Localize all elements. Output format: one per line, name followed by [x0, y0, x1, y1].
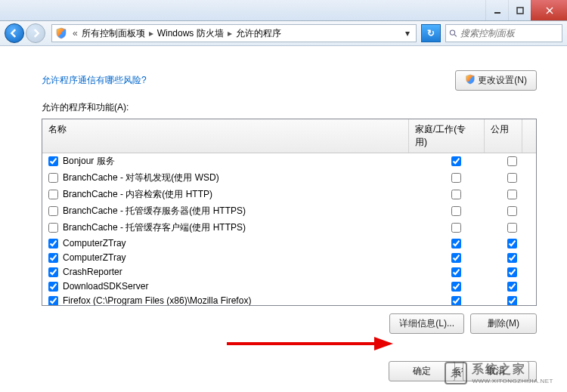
- row-name: BranchCache - 托管缓存服务器(使用 HTTPS): [63, 205, 246, 218]
- row-home-checkbox[interactable]: [451, 173, 461, 183]
- row-enable-checkbox[interactable]: [48, 173, 58, 183]
- window-titlebar: [0, 0, 567, 21]
- details-button[interactable]: 详细信息(L)...: [389, 313, 464, 334]
- risk-link[interactable]: 允许程序通信有哪些风险?: [42, 74, 147, 87]
- table-row[interactable]: Firefox (C:\Program Files (x86)\Mozilla …: [42, 294, 536, 305]
- row-enable-checkbox[interactable]: [48, 296, 58, 306]
- breadcrumb-separator-icon: ▸: [225, 28, 234, 39]
- breadcrumb-dropdown-icon[interactable]: «: [70, 28, 80, 39]
- table-row[interactable]: BranchCache - 托管缓存服务器(使用 HTTPS): [42, 203, 536, 220]
- row-name: Bonjour 服务: [63, 155, 115, 168]
- row-enable-checkbox[interactable]: [48, 239, 58, 248]
- row-name: BranchCache - 内容检索(使用 HTTP): [63, 188, 212, 201]
- table-row[interactable]: ComputerZTray: [42, 236, 536, 251]
- row-home-checkbox[interactable]: [451, 239, 461, 248]
- table-row[interactable]: Bonjour 服务: [42, 153, 536, 170]
- svg-line-5: [454, 35, 457, 37]
- row-public-checkbox[interactable]: [507, 206, 517, 216]
- row-public-checkbox[interactable]: [507, 253, 517, 263]
- row-name: ComputerZTray: [63, 252, 126, 263]
- row-public-checkbox[interactable]: [507, 173, 517, 183]
- back-button[interactable]: [5, 23, 24, 43]
- table-row[interactable]: BranchCache - 对等机发现(使用 WSD): [42, 170, 536, 187]
- programs-table: 名称 家庭/工作(专用) 公用 Bonjour 服务BranchCache - …: [42, 119, 537, 306]
- row-name: ComputerZTray: [63, 238, 126, 248]
- row-public-checkbox[interactable]: [507, 223, 517, 233]
- col-home[interactable]: 家庭/工作(专用): [409, 119, 485, 153]
- breadcrumb-history-dropdown-icon[interactable]: ▾: [401, 28, 414, 39]
- row-home-checkbox[interactable]: [451, 206, 461, 216]
- col-public[interactable]: 公用: [485, 119, 522, 153]
- row-name: BranchCache - 托管缓存客户端(使用 HTTPS): [63, 221, 246, 234]
- row-public-checkbox[interactable]: [507, 156, 517, 166]
- refresh-button[interactable]: ↻: [421, 24, 441, 42]
- table-header: 名称 家庭/工作(专用) 公用: [42, 119, 536, 153]
- row-enable-checkbox[interactable]: [48, 156, 58, 166]
- table-row[interactable]: ComputerZTray: [42, 251, 536, 265]
- breadcrumb-separator-icon: ▸: [147, 28, 156, 39]
- watermark-logo: 糸: [445, 362, 467, 384]
- row-public-checkbox[interactable]: [507, 267, 517, 277]
- breadcrumb-item[interactable]: Windows 防火墙: [157, 27, 224, 40]
- row-home-checkbox[interactable]: [451, 190, 461, 199]
- table-body: Bonjour 服务BranchCache - 对等机发现(使用 WSD)Bra…: [42, 153, 536, 305]
- row-home-checkbox[interactable]: [451, 253, 461, 263]
- row-home-checkbox[interactable]: [451, 223, 461, 233]
- row-enable-checkbox[interactable]: [48, 206, 58, 216]
- delete-button[interactable]: 删除(M): [470, 313, 537, 334]
- row-enable-checkbox[interactable]: [48, 253, 58, 263]
- row-home-checkbox[interactable]: [451, 156, 461, 166]
- watermark: 糸 系统之家 WWW.XITONGZHIJIA.NET: [445, 362, 553, 384]
- breadcrumb[interactable]: « 所有控制面板项 ▸ Windows 防火墙 ▸ 允许的程序 ▾: [51, 24, 417, 42]
- row-public-checkbox[interactable]: [507, 239, 517, 248]
- row-name: CrashReporter: [63, 267, 122, 277]
- svg-marker-7: [374, 337, 393, 350]
- row-enable-checkbox[interactable]: [48, 223, 58, 233]
- content-area: 允许程序通信有哪些风险? 更改设置(N) 允许的程序和功能(A): 名称 家庭/…: [0, 46, 567, 381]
- row-enable-checkbox[interactable]: [48, 282, 58, 292]
- row-public-checkbox[interactable]: [507, 190, 517, 199]
- forward-button[interactable]: [26, 23, 45, 43]
- row-name: BranchCache - 对等机发现(使用 WSD): [63, 171, 219, 184]
- row-name: Firefox (C:\Program Files (x86)\Mozilla …: [63, 295, 251, 305]
- svg-rect-1: [517, 8, 523, 14]
- row-public-checkbox[interactable]: [507, 296, 517, 306]
- row-public-checkbox[interactable]: [507, 282, 517, 292]
- nav-buttons: [5, 23, 47, 43]
- col-name[interactable]: 名称: [42, 119, 409, 153]
- row-enable-checkbox[interactable]: [48, 190, 58, 199]
- row-home-checkbox[interactable]: [451, 282, 461, 292]
- shield-icon: [465, 74, 476, 85]
- maximize-button[interactable]: [508, 0, 531, 20]
- address-bar: « 所有控制面板项 ▸ Windows 防火墙 ▸ 允许的程序 ▾ ↻: [0, 21, 567, 46]
- search-box[interactable]: [445, 24, 562, 42]
- breadcrumb-item[interactable]: 所有控制面板项: [82, 27, 145, 40]
- row-enable-checkbox[interactable]: [48, 267, 58, 277]
- close-button[interactable]: [531, 0, 567, 20]
- table-row[interactable]: BranchCache - 内容检索(使用 HTTP): [42, 187, 536, 203]
- breadcrumb-item[interactable]: 允许的程序: [236, 27, 281, 40]
- row-home-checkbox[interactable]: [451, 296, 461, 306]
- search-icon: [449, 29, 457, 38]
- table-row[interactable]: DownloadSDKServer: [42, 279, 536, 294]
- change-settings-button[interactable]: 更改设置(N): [455, 70, 537, 91]
- table-row[interactable]: CrashReporter: [42, 265, 536, 279]
- shield-icon: [55, 27, 67, 39]
- annotation-arrow-icon: [227, 332, 393, 355]
- section-label: 允许的程序和功能(A):: [42, 101, 537, 114]
- row-home-checkbox[interactable]: [451, 267, 461, 277]
- svg-point-4: [450, 30, 454, 35]
- search-input[interactable]: [460, 28, 559, 39]
- table-row[interactable]: BranchCache - 托管缓存客户端(使用 HTTPS): [42, 220, 536, 236]
- minimize-button[interactable]: [485, 0, 508, 20]
- row-name: DownloadSDKServer: [63, 281, 148, 292]
